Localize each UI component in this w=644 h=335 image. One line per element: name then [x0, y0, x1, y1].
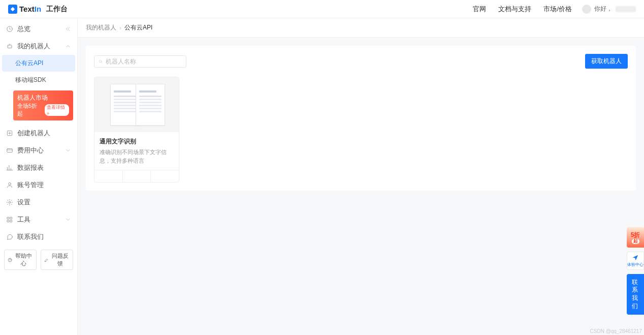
chevron-down-icon [65, 217, 71, 223]
card-action-2[interactable] [123, 170, 151, 182]
card-action-3[interactable] [151, 170, 179, 182]
svg-rect-6 [7, 217, 9, 219]
acquire-robot-button[interactable]: 获取机器人 [585, 54, 628, 69]
chevron-up-icon [65, 43, 71, 49]
sidebar-label: 公有云API [15, 59, 43, 68]
contact-us-button[interactable]: 联系我们 [627, 274, 644, 315]
sidebar-item-my-robots[interactable]: 我的机器人 [0, 38, 77, 55]
brand-logo[interactable]: TextIn [8, 5, 41, 14]
chart-icon [6, 164, 13, 171]
svg-rect-8 [7, 220, 9, 222]
svg-rect-9 [10, 220, 12, 222]
breadcrumb-separator: › [119, 24, 121, 32]
svg-rect-3 [7, 149, 13, 153]
feedback-button[interactable]: 问题反馈 [41, 250, 73, 270]
sidebar-label: 联系我们 [17, 232, 44, 241]
nav-official[interactable]: 官网 [473, 5, 486, 14]
svg-point-5 [9, 201, 11, 203]
chat-icon [6, 233, 13, 240]
sidebar-label: 费用中心 [17, 146, 44, 155]
robot-icon [6, 43, 13, 50]
nav-icon [632, 254, 639, 261]
sidebar-item-mobile-sdk[interactable]: 移动端SDK [0, 72, 77, 88]
logo-icon [8, 5, 17, 14]
user-icon [6, 181, 13, 189]
gear-icon [6, 199, 13, 206]
chevron-down-icon [65, 147, 71, 154]
card-title: 通用文字识别 [100, 137, 174, 146]
breadcrumb-root[interactable]: 我的机器人 [86, 23, 116, 32]
sidebar-label: 工具 [17, 215, 30, 224]
promo-sub: 全场5折起 [17, 102, 41, 117]
sidebar-item-public-api[interactable]: 公有云API [2, 55, 75, 72]
discount-sub: 起 [632, 239, 639, 244]
card-footer [94, 170, 179, 182]
search-input[interactable] [106, 58, 182, 65]
sidebar-label: 设置 [17, 198, 30, 207]
card-description: 准确识别不同场景下文字信息，支持多种语言 [100, 148, 174, 165]
sidebar-item-overview[interactable]: 总览 [0, 20, 77, 38]
contact-label: 联系我们 [632, 279, 639, 310]
nav-docs[interactable]: 文档与支持 [498, 5, 531, 14]
logo-text: TextIn [19, 5, 41, 13]
avatar [582, 5, 591, 14]
sidebar-label: 我的机器人 [17, 42, 50, 51]
workspace-title: 工作台 [46, 5, 68, 14]
nav-market[interactable]: 市场/价格 [543, 5, 572, 14]
watermark: CSDN @qq_28461217 [590, 328, 642, 334]
promo-card[interactable]: 机器人市场 全场5折起 查看详情 » [13, 90, 73, 120]
sidebar-item-create-robot[interactable]: 创建机器人 [0, 125, 77, 142]
promo-pill: 查看详情 » [45, 104, 69, 116]
sidebar-label: 移动端SDK [15, 76, 46, 84]
experience-label: 体验中心 [627, 262, 643, 267]
create-icon [6, 130, 13, 137]
discount-badge[interactable]: 5折 起 [627, 227, 644, 248]
collapse-icon[interactable] [64, 25, 71, 33]
grid-icon [6, 216, 13, 223]
sidebar-item-contact[interactable]: 联系我们 [0, 228, 77, 246]
experience-center-button[interactable]: 体验中心 [627, 252, 644, 270]
sidebar-label: 总览 [17, 24, 30, 34]
breadcrumb: 我的机器人 › 公有云API [78, 18, 644, 38]
user-area[interactable]: 你好， [582, 5, 636, 14]
help-icon [8, 257, 12, 263]
help-center-button[interactable]: 帮助中心 [4, 250, 37, 270]
sidebar-label: 创建机器人 [17, 129, 50, 138]
greeting-text: 你好， [594, 5, 613, 13]
search-input-wrapper[interactable] [94, 55, 186, 68]
robot-card[interactable]: 通用文字识别 准确识别不同场景下文字信息，支持多种语言 [94, 77, 179, 182]
card-action-1[interactable] [94, 170, 123, 182]
sidebar-item-reports[interactable]: 数据报表 [0, 159, 77, 176]
promo-title: 机器人市场 [17, 94, 69, 102]
sidebar-item-settings[interactable]: 设置 [0, 194, 77, 211]
sidebar-item-account[interactable]: 账号管理 [0, 176, 77, 194]
sidebar-item-billing[interactable]: 费用中心 [0, 142, 77, 159]
overview-icon [6, 25, 13, 33]
discount-text: 5折 [631, 232, 640, 238]
sidebar-item-tools[interactable]: 工具 [0, 211, 77, 228]
user-name [616, 6, 636, 12]
search-icon [99, 58, 103, 65]
svg-point-4 [9, 182, 11, 185]
sidebar-label: 数据报表 [17, 163, 44, 172]
sidebar-label: 账号管理 [17, 180, 44, 190]
card-thumbnail [94, 77, 179, 132]
svg-rect-1 [8, 45, 12, 48]
billing-icon [6, 147, 13, 154]
svg-rect-7 [10, 217, 12, 219]
edit-icon [44, 257, 49, 263]
breadcrumb-current: 公有云API [124, 23, 152, 32]
